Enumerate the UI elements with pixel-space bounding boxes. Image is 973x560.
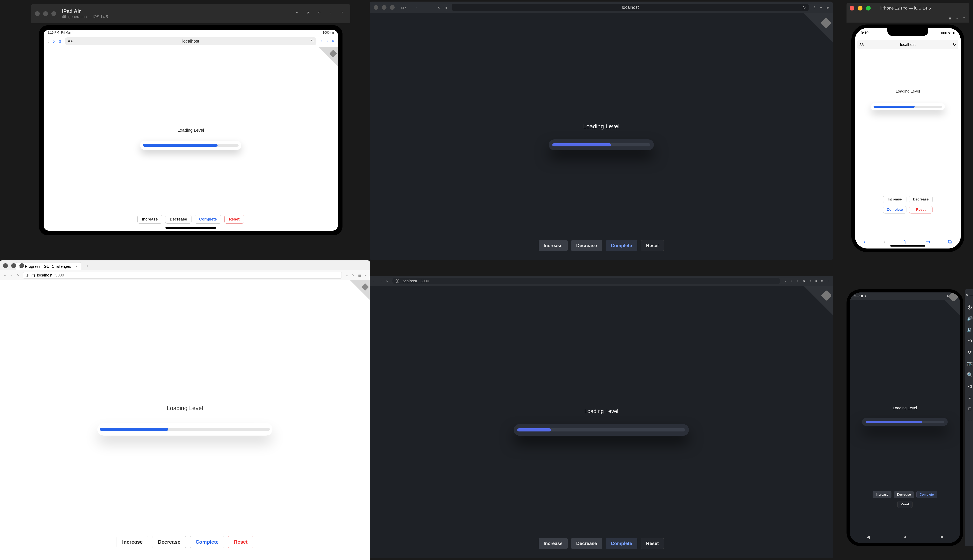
share-icon[interactable]: ⇪ bbox=[341, 11, 346, 16]
close-icon[interactable] bbox=[849, 6, 854, 10]
safari-url-field[interactable]: localhost ↻ bbox=[452, 4, 809, 11]
increase-button[interactable]: Increase bbox=[137, 215, 162, 223]
eyedropper-icon[interactable]: ✎ bbox=[352, 274, 354, 277]
new-tab-button[interactable]: + bbox=[83, 262, 91, 270]
back-icon[interactable]: ← bbox=[373, 279, 376, 283]
fullscreen-icon[interactable] bbox=[20, 263, 24, 268]
iphone-url-field[interactable]: AA localhost ↻ bbox=[857, 40, 958, 49]
share-icon[interactable]: ⇧ bbox=[790, 279, 792, 283]
close-icon[interactable] bbox=[3, 263, 8, 268]
minimize-icon[interactable] bbox=[11, 263, 16, 268]
sidebar-icon[interactable]: ▥ bbox=[59, 40, 61, 43]
extension-icon[interactable]: ◧ bbox=[358, 274, 361, 277]
decrease-button[interactable]: Decrease bbox=[571, 240, 602, 251]
tabs-icon[interactable]: ▦ bbox=[826, 6, 829, 9]
reload-icon[interactable]: ↻ bbox=[17, 274, 19, 277]
power-icon[interactable]: ⏻ bbox=[968, 305, 972, 310]
decrease-button[interactable]: Decrease bbox=[571, 538, 602, 549]
fullscreen-icon[interactable] bbox=[390, 5, 395, 10]
share-icon[interactable]: ⇧ bbox=[813, 6, 816, 9]
close-icon[interactable] bbox=[35, 11, 40, 16]
browser-tab[interactable]: ◧ Progress | GUI Challenges × bbox=[15, 262, 81, 270]
pin-icon[interactable]: ✦ bbox=[296, 11, 301, 16]
back-icon[interactable]: ← bbox=[3, 274, 6, 277]
reset-button[interactable]: Reset bbox=[897, 501, 913, 508]
complete-button[interactable]: Complete bbox=[605, 240, 637, 251]
decrease-button[interactable]: Decrease bbox=[909, 196, 933, 203]
back-icon[interactable]: ◁ bbox=[968, 383, 971, 389]
reset-button[interactable]: Reset bbox=[641, 240, 664, 251]
reader-icon[interactable]: AA bbox=[859, 43, 864, 46]
tabs-icon[interactable]: ⧉ bbox=[948, 239, 952, 245]
decrease-button[interactable]: Decrease bbox=[165, 215, 192, 223]
share-icon[interactable]: ⇧ bbox=[320, 40, 323, 43]
menu-icon[interactable]: ⋮ bbox=[827, 279, 830, 283]
menu-icon[interactable]: ≡ bbox=[364, 274, 366, 277]
increase-button[interactable]: Increase bbox=[883, 196, 906, 203]
increase-button[interactable]: Increase bbox=[539, 240, 568, 251]
extensions-icon[interactable]: ✦ bbox=[809, 279, 811, 283]
forward-icon[interactable]: → bbox=[380, 279, 382, 283]
record-icon[interactable]: ⧉ bbox=[318, 11, 324, 16]
more-icon[interactable]: ⋯ bbox=[968, 417, 972, 423]
rotate-right-icon[interactable]: ⟳ bbox=[968, 350, 972, 355]
zoom-icon[interactable]: 🔍 bbox=[967, 372, 973, 378]
recents-icon[interactable]: ■ bbox=[941, 535, 943, 540]
forward-icon[interactable]: › bbox=[416, 6, 417, 9]
back-icon[interactable]: ‹ bbox=[864, 239, 866, 245]
home-icon[interactable]: ○ bbox=[968, 395, 971, 400]
reading-list-icon[interactable]: ≡ bbox=[815, 279, 817, 283]
reset-button[interactable]: Reset bbox=[909, 206, 933, 213]
tabs-icon[interactable]: ⧉ bbox=[332, 40, 334, 43]
camera-icon[interactable]: 📷 bbox=[967, 361, 973, 366]
home-icon[interactable]: ⌂ bbox=[329, 11, 335, 16]
minimize-icon[interactable] bbox=[43, 11, 48, 16]
url-field[interactable]: ⛨ ▢ localhost:3000 bbox=[23, 272, 342, 278]
screenshot-icon[interactable]: ▣ bbox=[949, 17, 951, 20]
info-icon[interactable]: ⓘ bbox=[395, 278, 399, 284]
reset-button[interactable]: Reset bbox=[228, 536, 253, 548]
sidebar-icon[interactable]: ▥ ▾ bbox=[401, 6, 406, 9]
volume-down-icon[interactable]: 🔉 bbox=[967, 327, 973, 332]
back-icon[interactable]: ‹ bbox=[411, 6, 411, 9]
home-icon[interactable]: ⌂ bbox=[956, 17, 958, 20]
home-indicator[interactable] bbox=[166, 227, 216, 229]
complete-button[interactable]: Complete bbox=[190, 536, 224, 548]
screenshot-icon[interactable]: ▣ bbox=[307, 11, 313, 16]
reset-button[interactable]: Reset bbox=[224, 215, 244, 223]
rotate-left-icon[interactable]: ⟲ bbox=[968, 338, 972, 344]
close-icon[interactable] bbox=[374, 5, 378, 10]
privacy-icon[interactable]: ◑ bbox=[445, 6, 447, 9]
close-icon[interactable]: × — bbox=[966, 292, 973, 298]
reset-button[interactable]: Reset bbox=[641, 538, 664, 549]
back-icon[interactable]: ◀ bbox=[866, 535, 870, 540]
minimize-icon[interactable] bbox=[858, 6, 863, 10]
fullscreen-icon[interactable] bbox=[51, 11, 56, 16]
reload-icon[interactable]: ↻ bbox=[386, 279, 388, 283]
bookmark-icon[interactable]: ☆ bbox=[796, 279, 799, 283]
share-icon[interactable]: ⇧ bbox=[903, 239, 908, 245]
complete-button[interactable]: Complete bbox=[605, 538, 637, 549]
share-icon[interactable]: ⇪ bbox=[963, 17, 965, 20]
forward-icon[interactable]: → bbox=[10, 274, 13, 277]
increase-button[interactable]: Increase bbox=[539, 538, 568, 549]
reload-icon[interactable]: ↻ bbox=[953, 42, 956, 47]
reload-icon[interactable]: ↻ bbox=[802, 5, 806, 10]
minimize-icon[interactable] bbox=[382, 5, 386, 10]
install-icon[interactable]: ⤓ bbox=[784, 279, 786, 283]
ipad-url-field[interactable]: AA localhost ↻ bbox=[65, 37, 316, 45]
forward-icon[interactable]: › bbox=[883, 239, 885, 245]
overview-icon[interactable]: □ bbox=[968, 406, 971, 412]
decrease-button[interactable]: Decrease bbox=[152, 536, 186, 548]
new-tab-icon[interactable]: + bbox=[326, 40, 328, 43]
shield-icon[interactable]: ◐ bbox=[438, 6, 440, 9]
forward-icon[interactable]: › bbox=[53, 38, 55, 44]
reader-icon[interactable]: AA bbox=[68, 39, 73, 43]
fullscreen-icon[interactable] bbox=[866, 6, 871, 10]
complete-button[interactable]: Complete bbox=[883, 206, 906, 213]
home-icon[interactable]: ● bbox=[904, 535, 906, 540]
bookmark-icon[interactable]: ☆ bbox=[346, 274, 348, 277]
volume-up-icon[interactable]: 🔊 bbox=[967, 316, 973, 321]
home-indicator[interactable] bbox=[890, 245, 925, 247]
new-tab-icon[interactable]: + bbox=[820, 6, 822, 9]
